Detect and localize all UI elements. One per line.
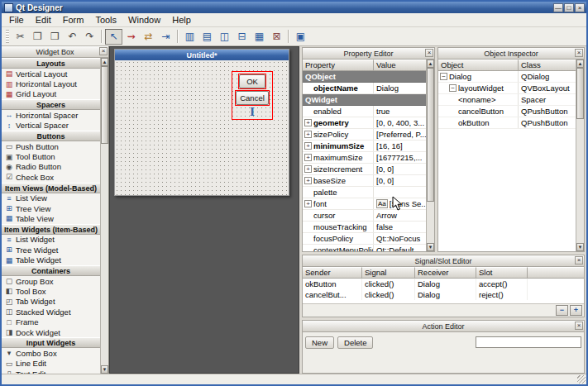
widget-item-combo-box[interactable]: ▾Combo Box — [2, 348, 100, 358]
copy-icon[interactable]: ❐ — [29, 29, 46, 45]
property-value-cell[interactable]: true — [374, 106, 426, 117]
collapse-icon[interactable]: − — [440, 73, 447, 80]
expand-icon[interactable]: + — [304, 131, 312, 138]
inspector-row-dialog[interactable]: −DialogQDialog — [438, 71, 576, 83]
widget-item-table-view[interactable]: ▦Table View — [2, 213, 100, 223]
minimize-button[interactable]: — — [553, 3, 563, 12]
scroll-down-icon[interactable]: ▼ — [427, 243, 434, 251]
widget-item-horizontal-spacer[interactable]: ↔Horizontal Spacer — [2, 110, 100, 120]
property-group-qwidget[interactable]: QWidget — [303, 94, 426, 106]
widget-item-horizontal-layout[interactable]: ▥Horizontal Layout — [2, 79, 100, 88]
column-header-property[interactable]: Property — [303, 60, 374, 71]
edit-widgets-icon[interactable]: ↖ — [105, 29, 122, 45]
menu-help[interactable]: Help — [166, 14, 197, 26]
property-value-cell[interactable]: [0, 0, 400, 3... — [374, 117, 426, 128]
property-row-font[interactable]: +fontAa[Sans Se... — [303, 198, 426, 210]
widget-item-vertical-spacer[interactable]: ↕Vertical Spacer — [2, 121, 100, 131]
property-row-focuspolicy[interactable]: focusPolicyQt::NoFocus — [303, 233, 426, 245]
widget-item-line-edit[interactable]: ▭Line Edit — [2, 359, 100, 369]
form-window[interactable]: Untitled* OK Cancel I — [114, 49, 289, 196]
layout-split-horizontal-icon[interactable]: ◫ — [216, 29, 233, 45]
remove-connection-button[interactable]: − — [556, 305, 568, 316]
scroll-down-icon[interactable]: ▼ — [576, 243, 584, 251]
property-value-cell[interactable]: Qt::Default... — [374, 245, 426, 251]
action-filter-input[interactable] — [476, 336, 581, 348]
widget-item-tree-widget[interactable]: ⊞Tree Widget — [2, 245, 100, 255]
property-row-cursor[interactable]: cursorArrow — [303, 210, 426, 222]
titlebar[interactable]: Qt Designer — □ × — [2, 2, 586, 13]
property-row-objectname[interactable]: objectNameDialog — [303, 83, 426, 94]
scrollbar-track[interactable] — [101, 66, 108, 365]
widget-item-list-view[interactable]: ≡List View — [2, 193, 100, 203]
form-canvas[interactable]: OK Cancel I — [115, 60, 289, 195]
property-editor-scrollbar[interactable]: ▲ ▼ — [426, 60, 434, 251]
scroll-down-icon[interactable]: ▼ — [101, 365, 108, 374]
column-header-signal[interactable]: Signal — [362, 267, 415, 279]
column-header-slot[interactable]: Slot — [476, 267, 528, 279]
inspector-row-noname[interactable]: <noname>Spacer — [438, 94, 576, 106]
widget-item-push-button[interactable]: ▭Push Button — [2, 141, 100, 151]
inspector-row-layoutwidget[interactable]: −layoutWidgetQVBoxLayout — [438, 83, 576, 94]
expand-icon[interactable]: + — [304, 200, 312, 207]
property-row-mousetracking[interactable]: mouseTrackingfalse — [303, 222, 426, 233]
preview-form-icon[interactable]: ▣ — [292, 29, 309, 45]
widget-item-tool-button[interactable]: ▣Tool Button — [2, 151, 100, 161]
vertical-spacer-icon[interactable]: I — [250, 107, 255, 117]
layout-split-vertical-icon[interactable]: ⊟ — [233, 29, 251, 45]
property-value-cell[interactable]: Dialog — [374, 83, 426, 93]
menu-window[interactable]: Window — [122, 14, 166, 26]
scroll-up-icon[interactable]: ▲ — [101, 58, 108, 66]
property-row-contextmenupolicy[interactable]: contextMenuPolicyQt::Default... — [303, 245, 426, 251]
widget-item-frame[interactable]: □Frame — [2, 317, 100, 326]
layout-vertical-icon[interactable]: ▤ — [198, 29, 216, 45]
expand-icon[interactable]: + — [304, 177, 312, 184]
property-row-sizepolicy[interactable]: +sizePolicy[Preferred, P... — [303, 129, 426, 141]
widget-category-layouts[interactable]: Layouts — [2, 58, 100, 69]
edit-signals-slots-icon[interactable]: ⇝ — [122, 29, 140, 45]
action-editor-close-icon[interactable]: × — [575, 322, 583, 330]
widget-item-grid-layout[interactable]: ▦Grid Layout — [2, 89, 100, 99]
undo-icon[interactable]: ↶ — [64, 29, 81, 45]
property-row-maximumsize[interactable]: +maximumSize[16777215,... — [303, 152, 426, 164]
widget-item-dock-widget[interactable]: ◨Dock Widget — [2, 327, 100, 337]
column-header-object[interactable]: Object — [438, 60, 519, 71]
widget-item-tree-view[interactable]: ⊞Tree View — [2, 203, 100, 213]
inspector-row-cancelbutton[interactable]: cancelButtonQPushButton — [438, 106, 576, 117]
widget-category-buttons[interactable]: Buttons — [2, 131, 100, 141]
property-value-cell[interactable]: [16, 16] — [374, 141, 426, 151]
connection-row[interactable]: cancelBut...clicked()Dialogreject() — [303, 289, 584, 300]
maximize-button[interactable]: □ — [564, 3, 574, 12]
close-button[interactable]: × — [575, 3, 585, 12]
column-header-sender[interactable]: Sender — [303, 267, 362, 279]
connection-row[interactable]: okButtonclicked()Dialogaccept() — [303, 279, 584, 289]
property-value-cell[interactable]: Aa[Sans Se... — [374, 198, 426, 209]
object-inspector-scrollbar[interactable]: ▲ ▼ — [576, 60, 584, 251]
ok-button[interactable]: OK — [239, 74, 265, 88]
column-header-class[interactable]: Class — [519, 60, 576, 71]
menu-form[interactable]: Form — [57, 14, 90, 26]
widget-item-radio-button[interactable]: ◉Radio Button — [2, 162, 100, 172]
edit-buddies-icon[interactable]: ⇄ — [140, 29, 157, 45]
widget-item-table-widget[interactable]: ▦Table Widget — [2, 255, 100, 264]
redo-icon[interactable]: ↷ — [81, 29, 98, 45]
widget-box-scrollbar[interactable]: ▲ ▼ — [100, 58, 108, 374]
property-value-cell[interactable]: [0, 0] — [374, 175, 426, 186]
edit-tab-order-icon[interactable]: ⇥ — [157, 29, 174, 45]
widget-category-containers[interactable]: Containers — [2, 265, 100, 276]
menu-file[interactable]: File — [3, 14, 30, 26]
widget-category-spacers[interactable]: Spacers — [2, 99, 100, 110]
scroll-up-icon[interactable]: ▲ — [427, 60, 434, 68]
property-value-cell[interactable]: Qt::NoFocus — [374, 233, 426, 244]
scrollbar-thumb[interactable] — [427, 68, 434, 202]
widget-item-vertical-layout[interactable]: ▤Vertical Layout — [2, 69, 100, 79]
property-value-cell[interactable]: [Preferred, P... — [374, 129, 426, 140]
property-row-palette[interactable]: palette — [303, 187, 426, 198]
widget-category-item-views-model-based[interactable]: Item Views (Model-Based) — [2, 183, 100, 193]
collapse-icon[interactable]: − — [449, 84, 457, 92]
object-inspector-close-icon[interactable]: × — [575, 49, 583, 57]
paste-icon[interactable]: ❒ — [46, 29, 64, 45]
widget-item-stacked-widget[interactable]: ◫Stacked Widget — [2, 307, 100, 317]
layout-grid-icon[interactable]: ▦ — [251, 29, 268, 45]
property-value-cell[interactable]: false — [374, 222, 426, 232]
menu-tools[interactable]: Tools — [89, 14, 122, 26]
